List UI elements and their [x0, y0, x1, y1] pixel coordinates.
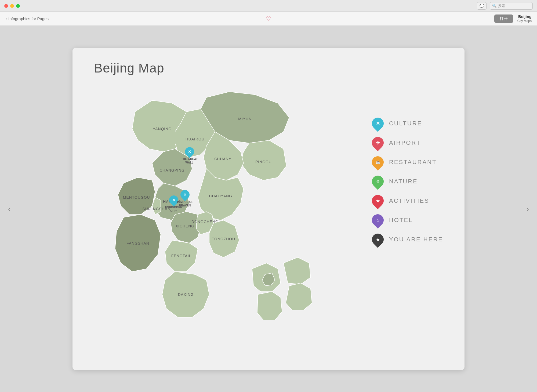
toolbar-right: 打开 Beijing City Maps: [494, 14, 532, 23]
svg-text:SHUANYI: SHUANYI: [214, 157, 233, 161]
svg-text:YANQING: YANQING: [153, 127, 172, 131]
legend-label-hotel: HOTEL: [389, 217, 413, 224]
hotel-icon: ⌂: [376, 218, 379, 223]
toolbar: ‹ Infographics for Pages ♡ 打开 Beijing Ci…: [0, 12, 537, 26]
legend-label-airport: AIRPORT: [389, 139, 421, 146]
map-title: Beijing Map: [94, 61, 417, 75]
legend-pin-culture: ✕: [369, 115, 386, 132]
app-name: Beijing City Maps: [517, 14, 532, 23]
maximize-button[interactable]: [16, 4, 20, 8]
legend-nature: ♧ NATURE: [372, 176, 443, 187]
svg-text:DAXING: DAXING: [178, 292, 194, 297]
map-card: Beijing Map .district { stroke: #fff; st…: [72, 48, 465, 370]
pin-templeofheaven[interactable]: ✕ TEMPLE OFHEAVEN: [177, 190, 193, 207]
legend-hotel: ⌂ HOTEL: [372, 214, 443, 226]
search-box[interactable]: 🔍 搜索: [490, 2, 533, 10]
titlebar-right: 💬 🔍 搜索: [477, 0, 533, 12]
back-button[interactable]: ‹ Infographics for Pages: [5, 16, 49, 21]
legend: ✕ CULTURE ✈ AIRPORT ☕ RESTAURANT: [372, 118, 443, 245]
heart-icon: ♡: [266, 15, 271, 22]
svg-text:TONGZHOU: TONGZHOU: [212, 237, 235, 241]
legend-youarehere: ★ YOU ARE HERE: [372, 234, 443, 245]
next-button[interactable]: ›: [521, 198, 534, 220]
activities-icon: ★: [376, 198, 380, 204]
legend-pin-youarehere: ★: [369, 231, 386, 248]
left-arrow-icon: ‹: [8, 204, 11, 213]
app-name-main: Beijing: [517, 14, 532, 19]
favorite-button[interactable]: ♡: [266, 15, 271, 22]
restaurant-icon: ☕: [375, 160, 380, 164]
legend-pin-restaurant: ☕: [369, 154, 386, 170]
legend-culture: ✕ CULTURE: [372, 118, 443, 129]
app-name-sub: City Maps: [517, 19, 532, 23]
svg-text:FENGTAIL: FENGTAIL: [171, 254, 191, 258]
map-svg: .district { stroke: #fff; stroke-width: …: [83, 75, 352, 357]
svg-text:HUAIROU: HUAIROU: [186, 137, 205, 141]
back-icon: ‹: [5, 16, 7, 21]
close-button[interactable]: [4, 4, 8, 8]
map-title-text: Beijing Map: [94, 61, 164, 75]
search-placeholder: 搜索: [498, 3, 505, 8]
minimize-button[interactable]: [10, 4, 14, 8]
legend-pin-airport: ✈: [369, 135, 386, 151]
chat-icon: 💬: [480, 4, 484, 8]
chat-button[interactable]: 💬: [477, 2, 487, 10]
nature-icon: ♧: [376, 179, 379, 184]
svg-text:PINGGU: PINGGU: [255, 160, 272, 164]
legend-activities: ★ ACTIVITIES: [372, 195, 443, 207]
legend-label-nature: NATURE: [389, 178, 418, 185]
map-title-divider: [175, 68, 417, 68]
legend-label-restaurant: RESTAURANT: [389, 159, 437, 166]
legend-pin-hotel: ⌂: [369, 212, 386, 228]
back-label: Infographics for Pages: [8, 16, 49, 21]
svg-text:CHANGPING: CHANGPING: [160, 168, 185, 172]
main-content: ‹ Beijing Map .district { stroke: #fff; …: [0, 26, 537, 392]
svg-text:CHAOYANG: CHAOYANG: [209, 194, 233, 198]
search-icon: 🔍: [492, 4, 496, 8]
svg-text:MIYUN: MIYUN: [238, 117, 252, 121]
open-button[interactable]: 打开: [494, 14, 513, 23]
legend-label-culture: CULTURE: [389, 120, 422, 127]
legend-airport: ✈ AIRPORT: [372, 137, 443, 149]
pin-greatwall[interactable]: ✕ THE GREATWALL: [181, 147, 198, 164]
culture-icon: ✕: [376, 121, 380, 126]
prev-button[interactable]: ‹: [3, 198, 16, 220]
svg-text:MENTOUGOU: MENTOUGOU: [123, 195, 150, 199]
legend-restaurant: ☕ RESTAURANT: [372, 156, 443, 168]
legend-label-activities: ACTIVITIES: [389, 197, 429, 204]
traffic-lights: [4, 4, 20, 8]
titlebar: 💬 🔍 搜索: [0, 0, 537, 12]
youarehere-icon: ★: [376, 237, 380, 242]
legend-label-youarehere: YOU ARE HERE: [389, 236, 443, 243]
legend-pin-nature: ♧: [369, 173, 386, 190]
legend-pin-activities: ★: [369, 193, 386, 209]
right-arrow-icon: ›: [526, 204, 529, 213]
airport-icon: ✈: [376, 140, 380, 146]
svg-text:FANGSHAN: FANGSHAN: [126, 241, 149, 245]
svg-text:XICHENG: XICHENG: [176, 224, 194, 228]
